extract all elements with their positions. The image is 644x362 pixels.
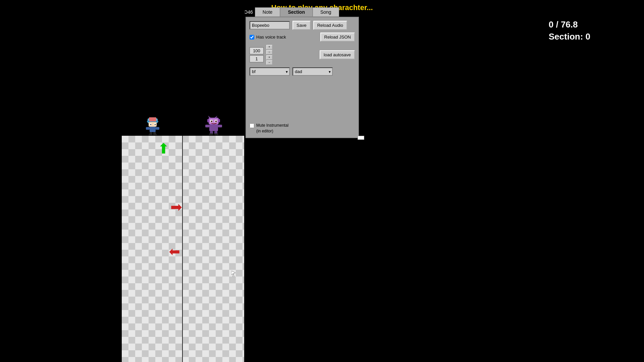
arrow-up: ⬆ xyxy=(158,142,169,156)
reload-audio-button[interactable]: Reload Audio xyxy=(313,21,347,30)
arrow-right-2: ➡ xyxy=(169,246,180,259)
song-name-row: Save Reload Audio xyxy=(250,21,355,30)
step-up-button[interactable]: + xyxy=(266,55,272,60)
bpm-up-button[interactable]: + xyxy=(266,45,272,49)
svg-rect-24 xyxy=(211,121,212,122)
bpm-down-button[interactable]: − xyxy=(266,50,272,54)
step-input[interactable] xyxy=(250,55,264,62)
bpm-row: + − + − load autosave xyxy=(250,45,355,65)
mute-row: Mute Instrumental (in editor) xyxy=(250,123,355,134)
svg-rect-25 xyxy=(215,121,217,122)
song-panel: Save Reload Audio Has voice track Reload… xyxy=(246,17,359,138)
svg-rect-9 xyxy=(150,127,156,132)
svg-rect-27 xyxy=(205,125,209,127)
svg-rect-31 xyxy=(209,133,213,135)
svg-rect-8 xyxy=(155,124,156,125)
svg-rect-26 xyxy=(209,124,218,131)
svg-rect-28 xyxy=(218,125,222,127)
mute-checkbox[interactable] xyxy=(250,123,254,128)
character-bf xyxy=(144,117,161,135)
chart-divider xyxy=(182,136,183,362)
char1-wrapper: bf ▼ xyxy=(250,67,290,76)
character-dad xyxy=(205,116,223,136)
character-dropdowns: bf ▼ dad ▼ xyxy=(250,67,355,76)
progress-stat: 0 / 76.8 xyxy=(549,18,590,31)
char1-select[interactable]: bf xyxy=(250,67,290,76)
svg-rect-19 xyxy=(207,119,209,122)
stats-panel: 0 / 76.8 Section: 0 xyxy=(549,18,590,43)
scrollbar[interactable] xyxy=(358,136,364,140)
has-voice-track-label: Has voice track xyxy=(256,35,286,40)
tab-note[interactable]: Note xyxy=(255,7,280,17)
load-autosave-button[interactable]: load autosave xyxy=(320,50,355,59)
svg-rect-3 xyxy=(149,117,156,121)
game-area: ⬆ ➡ ➡ xyxy=(0,0,245,362)
song-name-input[interactable] xyxy=(250,21,290,29)
svg-rect-7 xyxy=(150,124,151,125)
svg-rect-20 xyxy=(218,119,220,122)
chart-area[interactable]: ⬆ ➡ ➡ xyxy=(122,136,244,362)
has-voice-track-checkbox[interactable] xyxy=(250,35,254,40)
tab-bar: RD46 Note Section Song xyxy=(241,7,339,17)
arrow-right-1: ➡ xyxy=(170,200,182,214)
tab-section[interactable]: Section xyxy=(280,7,313,17)
svg-rect-10 xyxy=(146,127,150,130)
svg-rect-11 xyxy=(156,127,159,130)
checker-background: ⬆ ➡ ➡ xyxy=(122,136,244,362)
section-stat: Section: 0 xyxy=(549,31,590,43)
bpm-input[interactable] xyxy=(250,47,264,54)
char2-wrapper: dad ▼ xyxy=(292,67,333,76)
step-down-button[interactable]: − xyxy=(266,60,272,65)
reload-json-button[interactable]: Reload JSON xyxy=(320,33,355,42)
svg-rect-15 xyxy=(153,134,157,135)
save-button[interactable]: Save xyxy=(292,21,311,30)
bpm-steppers: + − xyxy=(266,45,272,54)
tab-song[interactable]: Song xyxy=(313,7,339,17)
svg-rect-32 xyxy=(214,133,218,135)
step-steppers: + − xyxy=(266,55,272,65)
char2-select[interactable]: dad xyxy=(292,67,333,76)
svg-rect-14 xyxy=(149,134,152,135)
mute-label: Mute Instrumental (in editor) xyxy=(256,123,288,134)
has-voice-track-row: Has voice track Reload JSON xyxy=(250,33,355,42)
